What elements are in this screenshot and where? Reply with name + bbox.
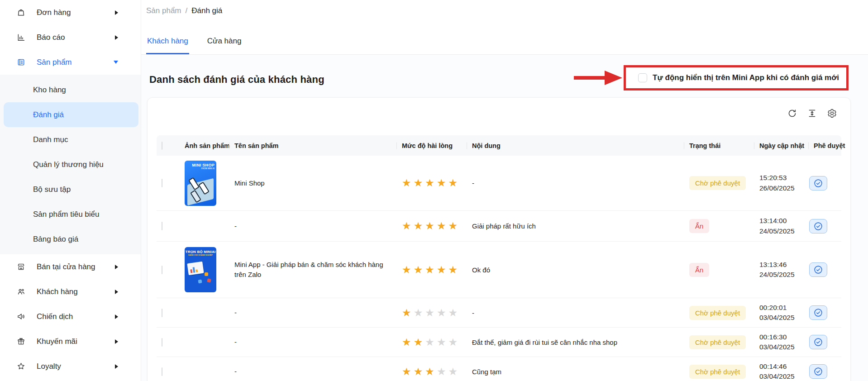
- updated-at: 00:16:3003/04/2025: [754, 332, 808, 352]
- sidebar-item-label: Khách hàng: [37, 287, 115, 296]
- row-height-icon[interactable]: [806, 107, 818, 119]
- status-badge: Chờ phê duyệt: [689, 335, 746, 349]
- approve-cell: [808, 335, 842, 349]
- approve-cell: [808, 262, 842, 277]
- annotation-callout: Tự động hiển thị trên Mini App khi có đá…: [574, 65, 849, 90]
- status-cell: Ẩn: [684, 219, 754, 233]
- sidebar-item-label: Báo cáo: [37, 33, 115, 42]
- sidebar-item-san-pham[interactable]: Sản phẩm: [0, 50, 141, 75]
- breadcrumb: Sản phẩm / Đánh giá: [146, 6, 222, 15]
- review-content: -: [467, 179, 684, 187]
- chevron-down-icon: [114, 61, 118, 64]
- approve-cell: [808, 364, 842, 379]
- rating-stars: ★★★★★: [396, 264, 467, 276]
- product-image: TRỌN BỘ MINIAIDÀNH CHO DOANH NGHIỆP: [185, 247, 216, 292]
- approve-button[interactable]: [809, 176, 827, 190]
- updated-at: 13:14:0024/05/2025: [754, 216, 808, 236]
- sidebar-item-khach-hang[interactable]: Khách hàng: [0, 279, 141, 304]
- approve-button[interactable]: [809, 335, 827, 349]
- updated-at: 13:13:4624/05/2025: [754, 260, 808, 280]
- sidebar: Đơn hàngBáo cáoSản phẩmKho hàngĐánh giáD…: [0, 0, 141, 381]
- updated-date: 24/05/2025: [759, 226, 808, 236]
- breadcrumb-separator: /: [186, 6, 188, 15]
- product-name: -: [229, 337, 396, 347]
- product-image: MINI SHOPFROM MINI AI: [185, 161, 216, 206]
- updated-date: 26/06/2025: [759, 183, 808, 193]
- breadcrumb-parent[interactable]: Sản phẩm: [146, 6, 181, 15]
- sidebar-item-loyalty[interactable]: Loyalty: [0, 354, 141, 379]
- select-all-checkbox[interactable]: [162, 142, 162, 150]
- approve-button[interactable]: [809, 262, 827, 277]
- header-trang-thai: Trạng thái: [684, 142, 754, 149]
- rating-stars: ★★★★★: [396, 366, 467, 378]
- chevron-right-icon: [115, 10, 118, 15]
- settings-icon[interactable]: [826, 107, 838, 119]
- product-name: -: [229, 367, 396, 376]
- approve-button[interactable]: [809, 219, 827, 233]
- campaign-icon: [16, 312, 25, 321]
- store-icon: [16, 262, 25, 271]
- approve-cell: [808, 219, 842, 233]
- updated-time: 00:16:30: [759, 332, 808, 342]
- sidebar-item-bao-cao[interactable]: Báo cáo: [0, 25, 141, 50]
- updated-time: 00:14:46: [759, 362, 808, 371]
- status-badge: Chờ phê duyệt: [689, 176, 746, 190]
- status-cell: Ẩn: [684, 263, 754, 277]
- status-cell: Chờ phê duyệt: [684, 365, 754, 379]
- auto-display-setting: Tự động hiển thị trên Mini App khi có đá…: [624, 65, 849, 90]
- sidebar-subitem[interactable]: Sản phẩm tiêu biểu: [4, 202, 138, 227]
- auto-display-label: Tự động hiển thị trên Mini App khi có đá…: [653, 73, 839, 82]
- sidebar-item-chien-dich[interactable]: Chiến dịch: [0, 304, 141, 329]
- status-badge: Ẩn: [689, 219, 709, 233]
- sidebar-subitem[interactable]: Bộ sưu tập: [4, 177, 138, 202]
- loyalty-icon: [16, 362, 25, 371]
- sidebar-item-khuyen-mai[interactable]: Khuyến mãi: [0, 329, 141, 354]
- sidebar-item-label: Loyalty: [37, 362, 115, 371]
- auto-display-checkbox[interactable]: [638, 73, 647, 82]
- table-row: -★★★★★Giải pháp rất hữu íchẨn13:14:0024/…: [157, 211, 841, 242]
- approve-button[interactable]: [809, 305, 827, 320]
- sidebar-item-label: Chiến dịch: [37, 312, 115, 321]
- tab-cua-hang[interactable]: Cửa hàng: [206, 37, 243, 54]
- sidebar-subitem[interactable]: Kho hàng: [4, 77, 138, 102]
- chevron-right-icon: [115, 314, 118, 319]
- table-row: -★★★★★-Chờ phê duyệt00:20:0103/04/2025: [157, 298, 841, 328]
- sidebar-subitem[interactable]: Danh mục: [4, 127, 138, 152]
- product-icon: [16, 58, 25, 67]
- sidebar-item-label: Đơn hàng: [37, 8, 115, 17]
- sidebar-item-label: Khuyến mãi: [37, 337, 115, 346]
- product-name: -: [229, 221, 396, 231]
- row-checkbox[interactable]: [162, 222, 162, 230]
- chevron-right-icon: [115, 290, 118, 294]
- table-row: -★★★★★Đắt thế, giảm giá đi rùi tui sẽ câ…: [157, 328, 841, 357]
- review-content: Đắt thế, giảm giá đi rùi tui sẽ cân nhắc…: [467, 338, 684, 346]
- status-cell: Chờ phê duyệt: [684, 176, 754, 190]
- chevron-right-icon: [115, 35, 118, 40]
- updated-time: 13:13:46: [759, 260, 808, 270]
- row-checkbox[interactable]: [162, 309, 162, 317]
- row-checkbox[interactable]: [162, 266, 162, 274]
- sidebar-item-label: Sản phẩm: [37, 58, 114, 67]
- refresh-icon[interactable]: [786, 107, 798, 119]
- updated-time: 15:20:53: [759, 173, 808, 183]
- status-badge: Ẩn: [689, 263, 709, 277]
- sidebar-item-don-hang[interactable]: Đơn hàng: [0, 0, 141, 25]
- row-checkbox[interactable]: [162, 367, 162, 376]
- sidebar-subitem[interactable]: Đánh giá: [4, 102, 138, 127]
- row-checkbox[interactable]: [162, 338, 162, 347]
- tab-khach-hang[interactable]: Khách hàng: [146, 37, 189, 54]
- sidebar-item-ban-tai-cua-hang[interactable]: Bán tại cửa hàng: [0, 254, 141, 279]
- header-ngay-cap-nhat: Ngày cập nhật: [754, 142, 808, 149]
- review-content: Giải pháp rất hữu ích: [467, 222, 684, 230]
- row-checkbox[interactable]: [162, 179, 162, 187]
- gift-icon: [16, 337, 25, 346]
- sidebar-subitem[interactable]: Bảng báo giá: [4, 227, 138, 252]
- breadcrumb-current: Đánh giá: [191, 6, 222, 15]
- rating-stars: ★★★★★: [396, 336, 467, 348]
- sidebar-subitem[interactable]: Quản lý thương hiệu: [4, 152, 138, 177]
- table-header: Ảnh sản phẩm Tên sản phẩm Mức độ hài lòn…: [157, 135, 841, 156]
- status-cell: Chờ phê duyệt: [684, 335, 754, 349]
- review-content: Cũng tạm: [467, 368, 684, 376]
- header-anh-san-pham: Ảnh sản phẩm: [179, 142, 229, 149]
- approve-button[interactable]: [809, 364, 827, 379]
